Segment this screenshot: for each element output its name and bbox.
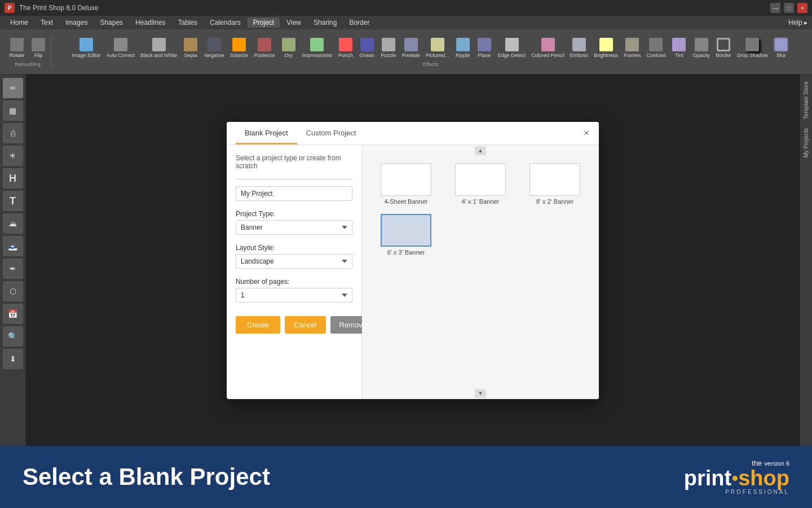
toolbar-blur[interactable]: Blur	[771, 37, 791, 59]
layout-style-select[interactable]: Landscape Portrait	[236, 254, 352, 269]
tool-print[interactable]: ⎙	[3, 123, 23, 143]
menu-sharing[interactable]: Sharing	[308, 17, 342, 28]
template-thumb-6x3	[381, 214, 431, 247]
toolbar-sepia[interactable]: Sepia	[180, 37, 201, 59]
menu-calendars[interactable]: Calendars	[204, 17, 246, 28]
menu-text[interactable]: Text	[35, 17, 59, 28]
app-title: The Print Shop 6.0 Deluxe	[19, 4, 99, 12]
toolbar-auto-correct[interactable]: Auto Correct	[104, 37, 138, 59]
toolbar-contrast[interactable]: Contrast	[644, 37, 668, 59]
create-button[interactable]: Create	[236, 316, 280, 334]
template-6x3-banner[interactable]: 6' x 3' Banner	[371, 212, 441, 258]
menu-home[interactable]: Home	[5, 17, 34, 28]
toolbar-border[interactable]: Border	[713, 37, 734, 59]
blank-project-dialog: Blank Project Custom Project × Select a …	[227, 122, 599, 399]
project-name-input[interactable]	[236, 186, 352, 201]
template-thumb-8x2	[529, 163, 580, 196]
tab-custom-project[interactable]: Custom Project	[297, 122, 365, 144]
project-type-select[interactable]: Banner Business Card Flyer Poster Calend…	[236, 220, 352, 235]
toolbar-brightness[interactable]: Brightness	[592, 37, 620, 59]
toolbar-dropshadow[interactable]: Drop Shadow	[735, 37, 770, 59]
num-pages-select[interactable]: 1 2 3 4	[236, 288, 352, 303]
toolbar-colored-pencil[interactable]: Colored Pencil	[529, 37, 567, 59]
tool-arrow-down[interactable]: ⬇	[3, 349, 23, 369]
template-4x1-banner[interactable]: 4' x 1' Banner	[445, 161, 515, 207]
menu-shapes[interactable]: Shapes	[94, 17, 129, 28]
bottom-title: Select a Blank Project	[23, 463, 270, 491]
project-type-label: Project Type:	[236, 210, 352, 218]
menu-project[interactable]: Project	[248, 17, 280, 28]
app-logo: P	[5, 3, 15, 13]
toolbar-ocean[interactable]: Ocean	[357, 37, 377, 59]
tool-photo[interactable]: 🗻	[3, 236, 23, 256]
menu-tables[interactable]: Tables	[172, 17, 203, 28]
menu-images[interactable]: Images	[60, 17, 93, 28]
toolbar-punch[interactable]: Punch	[336, 37, 356, 59]
tool-lightbulb[interactable]: ☀	[3, 146, 23, 166]
toolbar-negative[interactable]: Negative	[202, 37, 227, 59]
toolbar-pixelate[interactable]: Pixelate	[400, 37, 422, 59]
tool-brush[interactable]: ✒	[3, 259, 23, 279]
window-controls[interactable]: — □ ×	[770, 3, 807, 13]
toolbar-plane[interactable]: Plane	[474, 37, 495, 59]
scroll-up-button[interactable]: ▲	[475, 146, 486, 155]
tool-image[interactable]: ⛰	[3, 213, 23, 234]
toolbar-flip[interactable]: Flip	[28, 37, 48, 59]
toolbar-ripple[interactable]: Ripple	[453, 37, 473, 59]
template-label-6x3: 6' x 3' Banner	[387, 249, 425, 256]
toolbar-edge-detect[interactable]: Edge Detect	[496, 37, 528, 59]
tool-pencil[interactable]: ✏	[3, 78, 23, 98]
menu-headlines[interactable]: Headlines	[130, 17, 171, 28]
toolbar-solarize[interactable]: Solarize	[228, 37, 251, 59]
tab-blank-project[interactable]: Blank Project	[236, 122, 297, 144]
menu-view[interactable]: View	[281, 17, 307, 28]
toolbar-puzzle[interactable]: Puzzle	[378, 37, 399, 59]
toolbar-emboss[interactable]: Emboss	[568, 37, 591, 59]
toolbar-tint[interactable]: Tint	[669, 37, 689, 59]
logo-print: print	[684, 467, 731, 489]
toolbar-image-editor[interactable]: Image Editor	[70, 37, 103, 59]
toolbar-dry[interactable]: Dry	[279, 37, 299, 59]
num-pages-label: Number of pages:	[236, 278, 352, 286]
toolbar-bw[interactable]: Black and White	[138, 37, 179, 59]
toolbar: Rotate Flip Retouching Image Editor Auto…	[0, 29, 812, 75]
toolbar-opacity[interactable]: Opacity	[690, 37, 712, 59]
template-8x2-banner[interactable]: 8' x 2' Banner	[520, 161, 590, 207]
template-label-8x2: 8' x 2' Banner	[536, 198, 574, 205]
template-4sheet-banner[interactable]: 4-Sheet Banner	[371, 161, 441, 207]
minimize-button[interactable]: —	[770, 3, 780, 13]
name-divider	[236, 179, 352, 179]
toolbar-posterize[interactable]: Posterize	[251, 37, 277, 59]
dialog-form-panel: Select a project type or create from scr…	[227, 145, 362, 399]
right-tab-template-store[interactable]: Template Store	[802, 77, 810, 124]
close-button[interactable]: ×	[797, 3, 807, 13]
toolbar-pictureslist[interactable]: Picturesl...	[423, 37, 452, 59]
tool-text-h[interactable]: H	[3, 168, 23, 189]
right-tab-my-projects[interactable]: My Projects	[802, 124, 810, 162]
tool-layers[interactable]: ▦	[3, 100, 23, 121]
project-name-group	[236, 179, 352, 201]
left-sidebar: ✏ ▦ ⎙ ☀ H T ⛰ 🗻 ✒ ⬡ 📅 🔍 ⬇	[0, 75, 26, 446]
toolbar-rotate[interactable]: Rotate	[7, 37, 27, 59]
templates-grid: 4-Sheet Banner 4' x 1' Banner 8' x 2' Ba…	[367, 150, 594, 269]
scroll-down-button[interactable]: ▼	[475, 389, 486, 398]
right-sidebar: Template Store My Projects	[800, 75, 812, 446]
help-menu[interactable]: Help ▸	[788, 19, 807, 27]
menu-bar: Home Text Images Shapes Headlines Tables…	[0, 16, 812, 29]
bottom-bar: Select a Blank Project the version 6 pri…	[0, 446, 812, 508]
dialog-close-button[interactable]: ×	[581, 128, 592, 139]
maximize-button[interactable]: □	[784, 3, 794, 13]
tool-search[interactable]: 🔍	[3, 326, 23, 347]
toolbar-frames[interactable]: Frames	[621, 37, 643, 59]
canvas-area: 1 Blank Project Custom Project × Select …	[26, 75, 800, 446]
cancel-button[interactable]: Cancel	[285, 316, 325, 334]
tool-calendar[interactable]: 📅	[3, 304, 23, 324]
logo-professional: PROFESSIONAL	[725, 489, 789, 495]
dialog-header: Blank Project Custom Project ×	[227, 122, 599, 145]
dialog-templates-panel: ▲ 4-Sheet Banner 4' x 1' Banner	[362, 145, 599, 399]
tool-text-t[interactable]: T	[3, 191, 23, 211]
toolbar-impressionist[interactable]: Impressionist	[300, 37, 334, 59]
tool-stamp[interactable]: ⬡	[3, 281, 23, 301]
menu-border[interactable]: Border	[343, 17, 375, 28]
layout-style-group: Layout Style: Landscape Portrait	[236, 244, 352, 269]
